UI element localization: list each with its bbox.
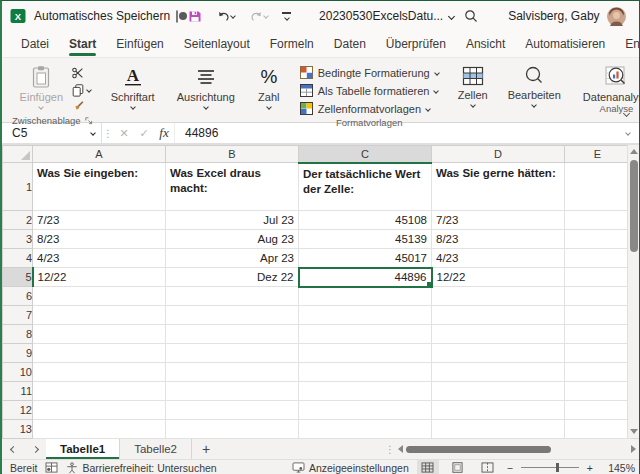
editing-button[interactable]: Bearbeiten [502, 62, 567, 107]
scroll-up-icon[interactable] [630, 149, 638, 154]
cell[interactable] [299, 287, 432, 306]
cancel-entry-button[interactable]: ✕ [114, 123, 134, 143]
font-button[interactable]: A Schriftart [105, 62, 161, 109]
tab-automatisieren[interactable]: Automatisieren [516, 33, 614, 56]
document-title[interactable]: 20230530ExcelsDatu... [319, 9, 454, 23]
scroll-left-icon[interactable] [398, 445, 403, 453]
cell-b2[interactable]: Jul 23 [166, 211, 299, 230]
cell[interactable] [166, 363, 299, 382]
cell[interactable] [299, 306, 432, 325]
cell-e4[interactable] [565, 249, 631, 268]
account-button[interactable]: Salvisberg, Gaby [508, 7, 625, 26]
cell[interactable] [565, 287, 631, 306]
search-button[interactable] [460, 7, 482, 25]
cell[interactable] [565, 344, 631, 363]
vertical-scroll-thumb[interactable] [630, 160, 638, 252]
tab-entwicklertools[interactable]: Entwicklertools [616, 33, 640, 56]
cell-a1[interactable]: Was Sie eingeben: [33, 163, 166, 211]
cell-a2[interactable]: 7/23 [33, 211, 166, 230]
tab-ueberpruefen[interactable]: Überprüfen [377, 33, 455, 56]
paste-button[interactable]: Einfügen [14, 62, 69, 109]
expand-formula-bar[interactable] [617, 123, 639, 143]
cell-a5[interactable]: 12/22 [33, 268, 166, 287]
cell-d1[interactable]: Was Sie gerne hätten: [432, 163, 565, 211]
cell-e5[interactable] [565, 268, 631, 287]
scroll-down-icon[interactable] [630, 429, 638, 434]
cell[interactable] [166, 325, 299, 344]
tab-daten[interactable]: Daten [325, 33, 375, 56]
cell[interactable] [299, 382, 432, 401]
row-header-5[interactable]: 5 [3, 268, 33, 287]
cell-b1[interactable]: Was Excel draus macht: [166, 163, 299, 211]
cell-d5[interactable]: 12/22 [432, 268, 565, 287]
cell[interactable] [299, 401, 432, 420]
page-layout-view-button[interactable] [447, 460, 469, 474]
copy-button[interactable] [69, 82, 93, 98]
row-header-4[interactable]: 4 [3, 249, 33, 268]
scroll-right-icon[interactable] [631, 445, 636, 453]
confirm-entry-button[interactable]: ✓ [134, 123, 154, 143]
cell-c4[interactable]: 45017 [299, 249, 432, 268]
sheet-tab-tabelle1[interactable]: Tabelle1 [46, 439, 120, 459]
alignment-button[interactable]: Ausrichtung [171, 62, 241, 109]
cell[interactable] [432, 382, 565, 401]
horizontal-scroll-thumb[interactable] [406, 446, 551, 453]
zoom-in-button[interactable]: + [587, 462, 593, 474]
column-header-b[interactable]: B [166, 146, 299, 163]
cell[interactable] [565, 325, 631, 344]
cut-button[interactable] [69, 65, 93, 81]
autosave-toggle[interactable] [176, 10, 178, 23]
cells-button[interactable]: Zellen [452, 62, 494, 107]
tab-formeln[interactable]: Formeln [261, 33, 323, 56]
cell-c1[interactable]: Der tatsächliche Wert der Zelle: [299, 163, 432, 211]
format-painter-button[interactable] [69, 99, 93, 115]
format-as-table-button[interactable]: Als Tabelle formatieren [297, 82, 442, 99]
horizontal-scroll-track[interactable] [406, 445, 628, 453]
row-header-8[interactable]: 8 [3, 325, 33, 344]
cell-d2[interactable]: 7/23 [432, 211, 565, 230]
undo-button[interactable] [212, 7, 239, 25]
row-header-3[interactable]: 3 [3, 230, 33, 249]
select-all-corner[interactable] [3, 146, 33, 163]
tab-datei[interactable]: Datei [12, 33, 58, 56]
cell[interactable] [33, 382, 166, 401]
cell[interactable] [565, 420, 631, 439]
cell-a4[interactable]: 4/23 [33, 249, 166, 268]
cell-c2[interactable]: 45108 [299, 211, 432, 230]
cell[interactable] [33, 306, 166, 325]
cell-e1[interactable] [565, 163, 631, 211]
cell[interactable] [166, 420, 299, 439]
cell[interactable] [432, 420, 565, 439]
cell[interactable] [33, 420, 166, 439]
row-header-12[interactable]: 12 [3, 401, 33, 420]
vertical-scrollbar[interactable] [627, 145, 639, 438]
zoom-slider[interactable] [521, 467, 579, 468]
cell-b3[interactable]: Aug 23 [166, 230, 299, 249]
cell-styles-button[interactable]: Zellenformatvorlagen [297, 100, 442, 117]
cell[interactable] [33, 363, 166, 382]
cell[interactable] [432, 401, 565, 420]
zoom-level[interactable]: 145% [601, 462, 635, 474]
cell[interactable] [432, 306, 565, 325]
cell[interactable] [166, 287, 299, 306]
cell-e3[interactable] [565, 230, 631, 249]
insert-function-button[interactable]: fx [154, 123, 174, 143]
data-analysis-button[interactable]: Datenanalyse [577, 62, 640, 103]
redo-button[interactable] [245, 7, 272, 25]
row-header-9[interactable]: 9 [3, 344, 33, 363]
next-sheet-button[interactable] [24, 439, 46, 459]
row-header-10[interactable]: 10 [3, 363, 33, 382]
cell[interactable] [565, 306, 631, 325]
column-header-c[interactable]: C [299, 146, 432, 163]
clipboard-dialog-launcher[interactable] [84, 115, 95, 126]
cell-b5[interactable]: Dez 22 [166, 268, 299, 287]
cell-d4[interactable]: 4/23 [432, 249, 565, 268]
row-header-2[interactable]: 2 [3, 211, 33, 230]
tab-start[interactable]: Start [60, 33, 105, 56]
cell-c5-active[interactable]: 44896 [299, 268, 432, 287]
cell[interactable] [565, 382, 631, 401]
cell[interactable] [33, 344, 166, 363]
row-header-11[interactable]: 11 [3, 382, 33, 401]
sheet-tab-tabelle2[interactable]: Tabelle2 [120, 439, 192, 459]
namebox-resizer[interactable]: ⋮ [102, 123, 114, 143]
